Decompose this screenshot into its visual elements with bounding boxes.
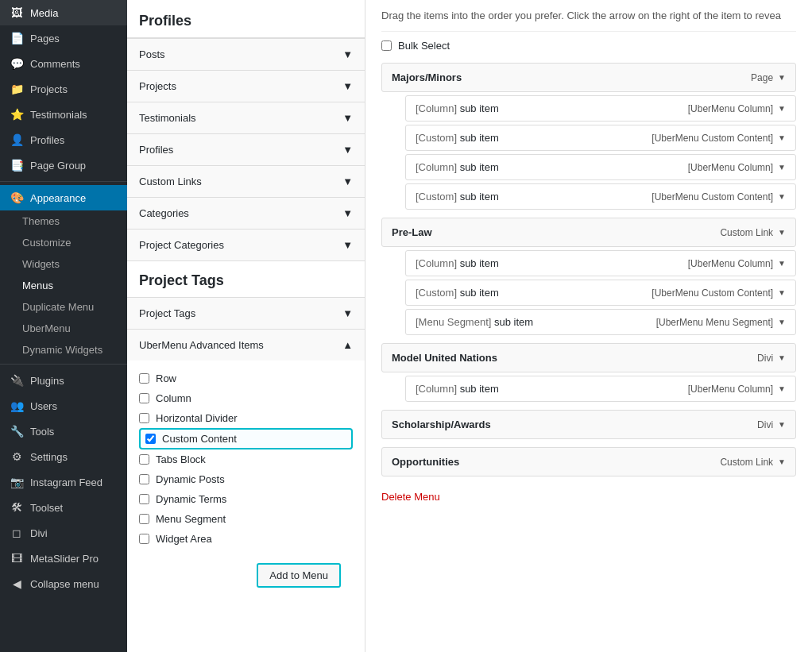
sidebar-item-pages[interactable]: 📄 Pages <box>0 25 127 51</box>
checkbox-widget-input[interactable] <box>139 534 149 544</box>
checkbox-hdivider-label[interactable]: Horizontal Divider <box>156 412 238 424</box>
sidebar-item-metaslider[interactable]: 🎞 MetaSlider Pro <box>0 546 127 571</box>
checkbox-tabs-input[interactable] <box>139 454 149 465</box>
sidebar-sub-duplicate-menu[interactable]: Duplicate Menu <box>0 296 127 318</box>
widgets-label: Widgets <box>22 258 60 270</box>
menu-parent-scholarship[interactable]: Scholarship/Awards Divi ▼ <box>381 410 796 439</box>
accordion-header-project-categories[interactable]: Project Categories ▼ <box>127 230 365 260</box>
chevron-down-icon-pre-law: ▼ <box>778 228 786 237</box>
menu-child-pl-seg1[interactable]: [Menu Segment] sub item [UberMenu Menu S… <box>405 309 796 335</box>
divider1 <box>0 181 127 182</box>
menu-child-mun-col1[interactable]: [Column] sub item [UberMenu Column] ▼ <box>405 376 796 402</box>
menu-child-type-label-mun-col1: [UberMenu Column] <box>688 384 773 395</box>
sidebar-sub-menus[interactable]: Menus <box>0 275 127 296</box>
accordion-label-projects: Projects <box>139 80 176 92</box>
menu-parent-pre-law[interactable]: Pre-Law Custom Link ▼ <box>381 218 796 247</box>
advanced-items-header[interactable]: UberMenu Advanced Items ▲ <box>127 329 365 361</box>
menu-child-type-label-mm-custom1: [UberMenu Custom Content] <box>652 133 773 144</box>
sidebar-item-testimonials[interactable]: ⭐ Testimonials <box>0 102 127 127</box>
checkbox-column-label[interactable]: Column <box>156 392 191 404</box>
menu-child-pl-col1[interactable]: [Column] sub item [UberMenu Column] ▼ <box>405 250 796 276</box>
sidebar-item-projects[interactable]: 📁 Projects <box>0 76 127 102</box>
sidebar-label-tools: Tools <box>30 426 118 438</box>
sidebar-item-collapse-menu[interactable]: ◀ Collapse menu <box>0 571 127 596</box>
menu-child-title-mm-col1: [Column] sub item <box>416 102 499 114</box>
menu-parent-model-un[interactable]: Model United Nations Divi ▼ <box>381 343 796 372</box>
sidebar-item-appearance[interactable]: 🎨 Appearance <box>0 185 127 210</box>
sidebar-sub-ubermenu[interactable]: UberMenu <box>0 318 127 339</box>
accordion-header-posts[interactable]: Posts ▼ <box>127 39 365 70</box>
sidebar-sub-dynamic-widgets[interactable]: Dynamic Widgets <box>0 339 127 361</box>
bulk-select-checkbox[interactable] <box>381 41 392 51</box>
checkbox-mseg-input[interactable] <box>139 514 149 524</box>
chevron-down-icon-scholarship: ▼ <box>778 420 786 429</box>
checkbox-row-input[interactable] <box>139 373 149 384</box>
add-to-menu-button[interactable]: Add to Menu <box>257 563 341 588</box>
accordion-label-project-categories: Project Categories <box>139 239 224 251</box>
menu-parent-type-scholarship: Divi ▼ <box>757 419 786 430</box>
menu-child-mm-custom1[interactable]: [Custom] sub item [UberMenu Custom Conte… <box>405 125 796 151</box>
menu-child-mm-custom2[interactable]: [Custom] sub item [UberMenu Custom Conte… <box>405 183 796 210</box>
menu-child-type-label-pl-col1: [UberMenu Column] <box>688 258 773 269</box>
menu-child-type-mm-col2: [UberMenu Column] ▼ <box>688 162 786 173</box>
sidebar-item-settings[interactable]: ⚙ Settings <box>0 444 127 469</box>
sidebar-item-plugins[interactable]: 🔌 Plugins <box>0 368 127 393</box>
chevron-down-icon-mm-custom2: ▼ <box>778 192 786 201</box>
right-panel-info: Drag the items into the order you prefer… <box>381 0 796 32</box>
menu-parent-majors-minors[interactable]: Majors/Minors Page ▼ <box>381 63 796 92</box>
menu-parent-type-label-model-un: Divi <box>757 353 773 364</box>
menu-child-type-mun-col1: [UberMenu Column] ▼ <box>688 384 786 395</box>
checkbox-dposts-input[interactable] <box>139 474 149 484</box>
checkbox-custom-content-input[interactable] <box>145 434 156 444</box>
sidebar: 🖼 Media 📄 Pages 💬 Comments 📁 Projects ⭐ … <box>0 0 127 652</box>
menu-parent-type-label-majors-minors: Page <box>751 72 773 83</box>
accordion-header-projects[interactable]: Projects ▼ <box>127 71 365 102</box>
accordion-testimonials: Testimonials ▼ <box>127 102 365 133</box>
sidebar-sub-widgets[interactable]: Widgets <box>0 253 127 275</box>
sidebar-label-projects: Projects <box>30 83 118 95</box>
menu-child-title-mm-col2: [Column] sub item <box>416 161 499 173</box>
chevron-down-icon-pl-col1: ▼ <box>778 259 786 268</box>
sidebar-sub-customize[interactable]: Customize <box>0 232 127 253</box>
checkbox-column-input[interactable] <box>139 393 149 403</box>
menu-child-pl-custom1[interactable]: [Custom] sub item [UberMenu Custom Conte… <box>405 280 796 306</box>
checkbox-row-label[interactable]: Row <box>156 372 176 384</box>
sidebar-item-divi[interactable]: ◻ Divi <box>0 520 127 546</box>
delete-menu-link[interactable]: Delete Menu <box>381 484 440 515</box>
menu-parent-opportunities[interactable]: Opportunities Custom Link ▼ <box>381 447 796 476</box>
checkbox-dposts-label[interactable]: Dynamic Posts <box>156 473 225 485</box>
chevron-down-icon-project-categories: ▼ <box>342 239 353 251</box>
menu-parent-type-opportunities: Custom Link ▼ <box>720 457 786 468</box>
sidebar-item-tools[interactable]: 🔧 Tools <box>0 419 127 444</box>
accordion-header-categories[interactable]: Categories ▼ <box>127 198 365 229</box>
menu-child-type-label-mm-col1: [UberMenu Column] <box>688 103 773 114</box>
sidebar-item-media[interactable]: 🖼 Media <box>0 0 127 25</box>
accordion-header-custom-links[interactable]: Custom Links ▼ <box>127 166 365 197</box>
checkbox-row-menu-segment: Menu Segment <box>139 509 353 529</box>
checkbox-row-dynamic-posts: Dynamic Posts <box>139 469 353 489</box>
accordion-profiles: Profiles ▼ <box>127 133 365 165</box>
accordion-header-project-tags[interactable]: Project Tags ▼ <box>127 298 365 329</box>
sidebar-item-comments[interactable]: 💬 Comments <box>0 51 127 76</box>
checkbox-widget-label[interactable]: Widget Area <box>156 533 212 545</box>
sidebar-item-users[interactable]: 👥 Users <box>0 393 127 419</box>
menu-child-mm-col2[interactable]: [Column] sub item [UberMenu Column] ▼ <box>405 154 796 180</box>
sidebar-sub-themes[interactable]: Themes <box>0 210 127 232</box>
accordion-label-categories: Categories <box>139 207 189 219</box>
sidebar-item-profiles[interactable]: 👤 Profiles <box>0 127 127 152</box>
checkbox-custom-content-label[interactable]: Custom Content <box>162 433 237 445</box>
checkbox-tabs-label[interactable]: Tabs Block <box>156 453 206 465</box>
sidebar-item-page-group[interactable]: 📑 Page Group <box>0 152 127 178</box>
checkbox-hdivider-input[interactable] <box>139 413 149 423</box>
page-group-icon: 📑 <box>10 159 24 172</box>
sidebar-item-toolset[interactable]: 🛠 Toolset <box>0 495 127 520</box>
bulk-select-label[interactable]: Bulk Select <box>398 40 450 52</box>
sidebar-item-instagram-feed[interactable]: 📷 Instagram Feed <box>0 469 127 495</box>
menu-child-mm-col1[interactable]: [Column] sub item [UberMenu Column] ▼ <box>405 95 796 122</box>
checkbox-dterms-label[interactable]: Dynamic Terms <box>156 493 226 505</box>
checkbox-mseg-label[interactable]: Menu Segment <box>156 513 226 525</box>
checkbox-dterms-input[interactable] <box>139 494 149 504</box>
chevron-down-icon-mm-col1: ▼ <box>778 104 786 113</box>
accordion-header-profiles[interactable]: Profiles ▼ <box>127 134 365 165</box>
accordion-header-testimonials[interactable]: Testimonials ▼ <box>127 102 365 133</box>
